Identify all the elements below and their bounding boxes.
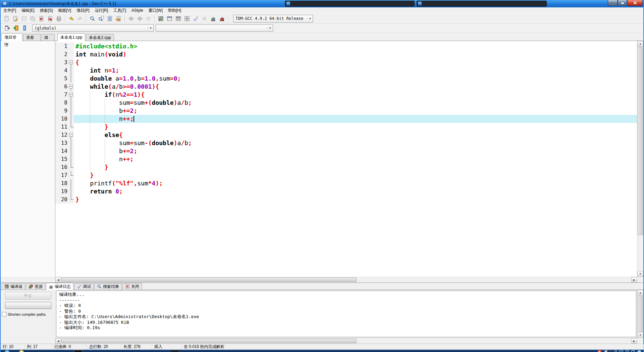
code-line[interactable]: 8 sum=sum+(double)a/b; bbox=[55, 99, 637, 107]
close-file-button[interactable] bbox=[37, 14, 46, 23]
code-line-text[interactable]: } bbox=[74, 123, 637, 131]
scrollbar-track[interactable]: ◀ ▶ bbox=[55, 277, 637, 282]
incremental-search-button[interactable] bbox=[114, 14, 123, 23]
code-line[interactable]: 5 double a=1.0,b=1.0,sum=0; bbox=[55, 75, 637, 83]
run-button[interactable] bbox=[165, 14, 174, 23]
code-line-text[interactable]: n++; bbox=[74, 155, 637, 163]
scrollbar-thumb[interactable] bbox=[638, 47, 643, 235]
close-button[interactable] bbox=[627, 0, 643, 6]
code-line-text[interactable]: b+=2; bbox=[74, 107, 637, 115]
menu-item[interactable]: 编辑[E] bbox=[19, 7, 37, 13]
code-line-text[interactable]: double a=1.0,b=1.0,sum=0; bbox=[74, 75, 637, 83]
code-line-text[interactable]: while(a/b>=0.0001){ bbox=[74, 83, 637, 91]
menu-item[interactable]: 视图[V] bbox=[55, 7, 74, 13]
scroll-right-arrow[interactable]: ▶ bbox=[631, 277, 637, 282]
bottom-tab-调试[interactable]: 调试 bbox=[74, 283, 94, 290]
profile-delete-button[interactable] bbox=[217, 14, 226, 23]
add-to-project-button[interactable] bbox=[11, 24, 20, 33]
menu-item[interactable]: 窗口[W] bbox=[146, 7, 165, 13]
code-line[interactable]: 19 return 0; bbox=[55, 187, 637, 195]
code-line[interactable]: 1#include<stdio.h> bbox=[55, 42, 637, 50]
tab-查看类[interactable]: 查看类 bbox=[23, 34, 41, 41]
menu-item[interactable]: 运行[R] bbox=[92, 7, 111, 13]
menu-item[interactable]: 搜索[S] bbox=[37, 7, 56, 13]
scroll-up-arrow[interactable]: ▲ bbox=[637, 290, 643, 296]
tab-调试[interactable]: 调试 bbox=[41, 34, 55, 41]
code-line[interactable]: 11 } bbox=[55, 123, 637, 131]
compile-log-output[interactable]: 编译结果...--------- 错误: 0- 警告: 0- 输出文件名: C:… bbox=[56, 291, 636, 337]
code-line[interactable]: 12 else{ bbox=[55, 131, 637, 139]
syntax-check-button[interactable] bbox=[191, 14, 200, 23]
scroll-down-arrow[interactable]: ▼ bbox=[637, 271, 643, 277]
scrollbar-thumb[interactable] bbox=[61, 277, 357, 282]
code-line[interactable]: 6 while(a/b>=0.0001){ bbox=[55, 83, 637, 91]
menu-item[interactable]: 工具[T] bbox=[111, 7, 129, 13]
sogou-input-icon[interactable]: S bbox=[597, 350, 602, 352]
goto-editor-button[interactable] bbox=[3, 24, 11, 33]
undo-button[interactable] bbox=[67, 14, 75, 23]
code-line-text[interactable]: } bbox=[74, 171, 637, 179]
log-vertical-scrollbar[interactable]: ▲ ▼ bbox=[637, 290, 643, 338]
open-file-button[interactable] bbox=[11, 14, 19, 23]
code-line-text[interactable]: else{ bbox=[74, 131, 637, 139]
scroll-down-arrow[interactable]: ▼ bbox=[637, 332, 643, 338]
menu-item[interactable]: AStyle bbox=[129, 7, 146, 13]
compile-button[interactable] bbox=[156, 14, 165, 23]
scrollbar-thumb[interactable] bbox=[638, 296, 643, 332]
toolbox-grid-icon[interactable] bbox=[626, 350, 629, 352]
code-line-text[interactable]: { bbox=[74, 58, 637, 67]
code-line-text[interactable]: sum=sum-(double)a/b; bbox=[74, 139, 637, 147]
minimize-button[interactable] bbox=[608, 0, 618, 6]
maximize-button[interactable] bbox=[618, 0, 627, 6]
shorten-paths-checkbox[interactable] bbox=[2, 312, 6, 316]
abort-button[interactable]: 中止 bbox=[5, 292, 51, 300]
code-line[interactable]: 15 n++; bbox=[55, 155, 637, 163]
scroll-up-arrow[interactable]: ▲ bbox=[637, 41, 643, 47]
code-line-text[interactable]: return 0; bbox=[74, 187, 637, 195]
code-line[interactable]: 16 } bbox=[55, 163, 637, 171]
fold-collapse-icon[interactable] bbox=[69, 93, 73, 96]
bottom-tab-编译器[interactable]: 编译器 bbox=[2, 283, 25, 290]
code-line[interactable]: 9 b+=2; bbox=[55, 107, 637, 115]
code-line-text[interactable]: } bbox=[74, 163, 637, 171]
find-button[interactable] bbox=[88, 14, 97, 23]
bottom-tab-编译日志[interactable]: 编译日志 bbox=[46, 283, 73, 290]
scrollbar-track[interactable]: ◀ ▶ bbox=[55, 338, 637, 344]
fold-collapse-icon[interactable] bbox=[69, 60, 73, 64]
tray-settings-icon[interactable] bbox=[637, 350, 641, 352]
code-line[interactable]: 7 if(n%2==1){ bbox=[55, 91, 637, 99]
remove-from-project-button[interactable] bbox=[20, 24, 29, 33]
scroll-left-arrow[interactable]: ◀ bbox=[55, 338, 61, 344]
code-editor[interactable]: 1#include<stdio.h>2int main(void)3{4 int… bbox=[55, 41, 637, 277]
goto-line-button[interactable] bbox=[105, 14, 114, 23]
fold-collapse-icon[interactable] bbox=[69, 133, 73, 137]
print-button[interactable] bbox=[54, 14, 63, 23]
bottom-tab-资源[interactable]: 资源 bbox=[26, 283, 45, 290]
taskbar-app-icon[interactable] bbox=[170, 350, 179, 352]
tab-项目管理[interactable]: 项目管理 bbox=[1, 33, 22, 41]
code-line[interactable]: 20} bbox=[55, 195, 637, 204]
code-line-text[interactable]: printf("%lf",sum*4); bbox=[74, 179, 637, 187]
code-line[interactable]: 2int main(void) bbox=[55, 50, 637, 58]
new-source-button[interactable] bbox=[2, 14, 11, 23]
code-line-text[interactable]: #include<stdio.h> bbox=[74, 42, 637, 50]
taskbar-app-icon[interactable] bbox=[5, 350, 9, 352]
microphone-icon[interactable] bbox=[614, 350, 617, 352]
compiler-combobox[interactable]: TDM-GCC 4.9.2 64-bit Release▼ bbox=[233, 15, 313, 23]
code-line[interactable]: 3{ bbox=[55, 58, 637, 67]
taskbar-app-icon[interactable] bbox=[19, 350, 24, 352]
function-combobox[interactable]: ▼ bbox=[156, 25, 273, 32]
menu-item[interactable]: 项目[P] bbox=[74, 7, 92, 13]
rebuild-button[interactable] bbox=[182, 14, 191, 23]
scrollbar-thumb[interactable] bbox=[61, 339, 357, 343]
code-line-text[interactable]: } bbox=[74, 195, 637, 204]
editor-tab-未命名1.cpp[interactable]: 未命名1.cpp bbox=[57, 33, 85, 41]
compile-run-button[interactable] bbox=[174, 14, 182, 23]
editor-vertical-scrollbar[interactable]: ▲ ▼ bbox=[637, 41, 643, 277]
code-line-text[interactable]: sum=sum+(double)a/b; bbox=[74, 99, 637, 107]
fold-collapse-icon[interactable] bbox=[69, 85, 73, 88]
code-line[interactable]: 18 printf("%lf",sum*4); bbox=[55, 179, 637, 187]
ime-language-indicator[interactable]: 英 bbox=[604, 350, 608, 352]
menu-item[interactable]: 文件[F] bbox=[1, 7, 19, 13]
scroll-left-arrow[interactable]: ◀ bbox=[55, 277, 61, 282]
